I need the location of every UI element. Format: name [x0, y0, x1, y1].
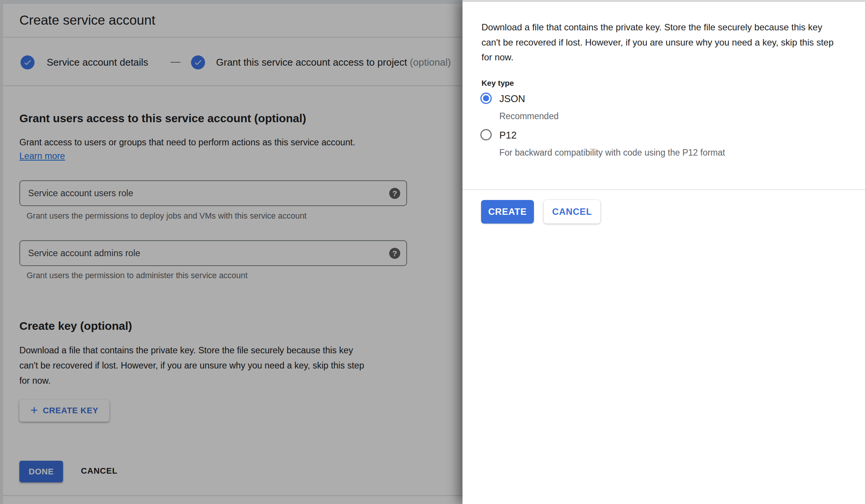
json-radio-label[interactable]: JSON	[499, 93, 525, 104]
create-key-panel: Download a file that contains the privat…	[462, 0, 865, 504]
create-service-account-screen: Create service account Service account d…	[0, 0, 865, 504]
p12-radio-label[interactable]: P12	[499, 130, 516, 141]
panel-description: Download a file that contains the privat…	[481, 20, 833, 65]
json-radio[interactable]	[480, 93, 492, 104]
panel-create-button[interactable]: CREATE	[481, 200, 534, 224]
panel-cancel-button[interactable]: CANCEL	[544, 200, 600, 224]
key-type-label: Key type	[481, 79, 514, 88]
panel-description-line3: for now.	[481, 50, 833, 65]
panel-top-strip	[462, 0, 865, 2]
p12-radio-description: For backward compatibility with code usi…	[499, 148, 725, 158]
panel-description-line1: Download a file that contains the privat…	[481, 20, 833, 35]
p12-radio[interactable]	[480, 129, 492, 140]
modal-scrim	[0, 0, 462, 504]
panel-actions-divider	[462, 189, 865, 190]
panel-description-line2: can't be recovered if lost. However, if …	[481, 35, 833, 50]
json-radio-description: Recommended	[499, 111, 559, 121]
